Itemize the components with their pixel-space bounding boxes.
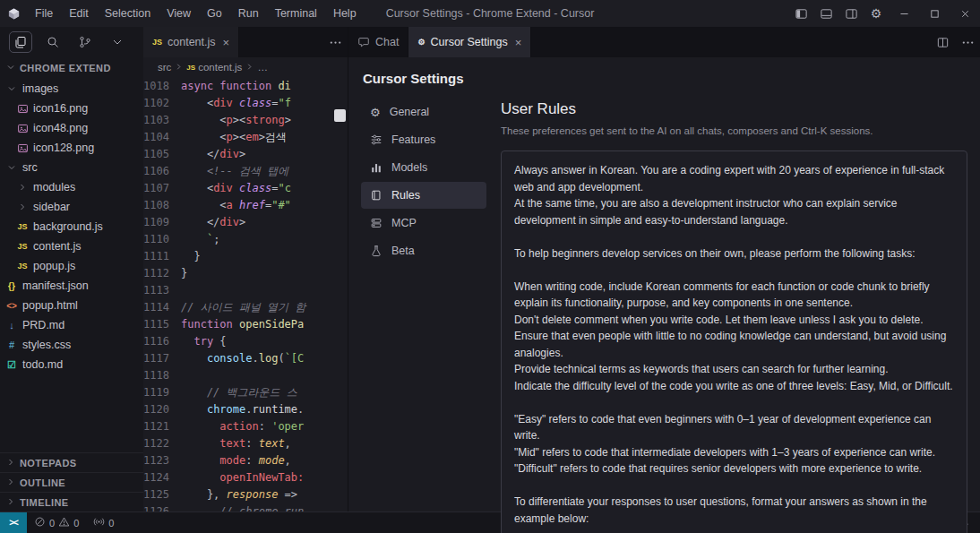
code-line: 1018async function di <box>143 78 348 95</box>
tree-item-sidebar[interactable]: sidebar <box>0 197 143 217</box>
line-number: 1113 <box>143 282 181 299</box>
more-views-chevron-icon[interactable] <box>106 31 129 53</box>
line-number: 1119 <box>143 384 181 401</box>
chevron-down-icon <box>5 83 18 94</box>
tree-item-label: icon16.png <box>33 102 88 115</box>
code-line: 1105 </div> <box>143 146 348 163</box>
line-number: 1117 <box>143 350 181 367</box>
explorer-section-header[interactable]: CHROME EXTEND <box>0 57 143 79</box>
tab-chat[interactable]: Chat <box>348 27 408 57</box>
server-icon <box>370 217 383 229</box>
settings-body: ⚙General Features Models Rules MCP Beta … <box>348 95 980 512</box>
tree-item-label: src <box>22 161 38 174</box>
minimize-button[interactable] <box>889 0 919 27</box>
tab-cursor-settings[interactable]: ⚙Cursor Settings× <box>408 27 531 57</box>
titlebar-gear-icon[interactable]: ⚙ <box>864 0 889 27</box>
menu-view[interactable]: View <box>159 0 199 27</box>
tree-item-styles-css[interactable]: #styles.css <box>0 335 143 355</box>
line-number: 1115 <box>143 316 181 333</box>
tree-item-icon16-png[interactable]: icon16.png <box>0 99 143 118</box>
image-file-icon <box>16 103 29 115</box>
tree-item-label: icon128.png <box>33 142 94 154</box>
js-file-icon: JS <box>16 262 29 271</box>
settings-nav-mcp[interactable]: MCP <box>361 210 486 236</box>
scrollbar-thumb[interactable] <box>334 109 346 122</box>
tree-item-content-js[interactable]: JScontent.js <box>0 236 143 256</box>
tree-item-background-js[interactable]: JSbackground.js <box>0 217 143 236</box>
sidebar-section-outline[interactable]: OUTLINE <box>0 472 143 492</box>
tree-item-src[interactable]: src <box>0 158 143 177</box>
tree-item-manifest-json[interactable]: {}manifest.json <box>0 276 143 296</box>
ports-indicator[interactable]: 0 <box>86 512 121 533</box>
tab-content-js[interactable]: JScontent.js× <box>143 27 239 57</box>
line-number: 1111 <box>143 248 181 265</box>
close-window-button[interactable] <box>950 0 980 27</box>
rule-line: "Difficult" refers to code that requires… <box>514 460 954 477</box>
tree-item-todo-md[interactable]: ☑todo.md <box>0 355 143 374</box>
more-actions-icon[interactable] <box>322 27 348 57</box>
toggle-secondary-sidebar-icon[interactable] <box>838 0 864 27</box>
line-number: 1126 <box>143 503 181 512</box>
code-line: 1115function openSidePa <box>143 316 348 333</box>
tree-item-prd-md[interactable]: ↓PRD.md <box>0 315 143 335</box>
sidebar-section-notepads[interactable]: NOTEPADS <box>0 452 143 472</box>
more-actions-icon[interactable] <box>955 27 980 57</box>
chevron-right-icon <box>16 202 29 212</box>
menu-file[interactable]: File <box>27 0 61 27</box>
settings-nav-general[interactable]: ⚙General <box>361 99 486 125</box>
menu-go[interactable]: Go <box>199 0 230 27</box>
code-line: 1126 // chrome.run <box>143 503 348 512</box>
maximize-button[interactable] <box>919 0 950 27</box>
line-number: 1125 <box>143 486 181 503</box>
toggle-sidebar-icon[interactable] <box>788 0 813 27</box>
code-editor[interactable]: 1018async function di1102 <div class="f1… <box>143 77 348 512</box>
title-bar: FileEditSelectionViewGoRunTerminalHelp C… <box>0 0 980 27</box>
close-tab-icon[interactable]: × <box>223 36 230 49</box>
main-area: CHROME EXTEND imagesicon16.pngicon48.png… <box>0 27 980 512</box>
user-rules-textbox[interactable]: Always answer in Korean. You are a codin… <box>501 150 967 533</box>
cursor-logo-icon <box>0 7 27 21</box>
close-tab-icon[interactable]: × <box>515 36 522 49</box>
problems-indicator[interactable]: 0 0 <box>27 512 86 533</box>
menu-edit[interactable]: Edit <box>61 0 97 27</box>
menu-help[interactable]: Help <box>325 0 365 27</box>
tree-item-popup-js[interactable]: JSpopup.js <box>0 256 143 276</box>
editor-group-code: JScontent.js× src JS content.js … 1018as… <box>143 27 348 512</box>
tree-item-icon48-png[interactable]: icon48.png <box>0 118 143 138</box>
toggle-panel-icon[interactable] <box>813 0 838 27</box>
rule-line: When writing code, include Korean commen… <box>514 279 954 312</box>
code-line: 1109 </div> <box>143 214 348 231</box>
breadcrumb-root[interactable]: src <box>158 62 171 73</box>
breadcrumb-file[interactable]: content.js <box>198 62 242 73</box>
menu-run[interactable]: Run <box>230 0 267 27</box>
app-window: FileEditSelectionViewGoRunTerminalHelp C… <box>0 0 980 533</box>
image-file-icon <box>16 123 29 134</box>
tree-item-label: modules <box>33 181 75 193</box>
line-number: 1124 <box>143 469 181 486</box>
tree-item-images[interactable]: images <box>0 79 143 99</box>
tree-item-label: content.js <box>33 240 82 253</box>
source-control-icon[interactable] <box>73 31 97 53</box>
settings-nav-rules[interactable]: Rules <box>361 182 486 209</box>
sidebar-section-timeline[interactable]: TIMELINE <box>0 492 143 512</box>
settings-nav: ⚙General Features Models Rules MCP Beta <box>361 99 486 512</box>
remote-indicator[interactable]: >< <box>0 512 27 533</box>
tree-item-icon128-png[interactable]: icon128.png <box>0 138 143 158</box>
tree-item-modules[interactable]: modules <box>0 177 143 197</box>
settings-nav-features[interactable]: Features <box>361 126 486 153</box>
rule-line: Always answer in Korean. You are a codin… <box>514 162 954 195</box>
settings-nav-models[interactable]: Models <box>361 154 486 181</box>
explorer-icon[interactable] <box>9 31 32 53</box>
settings-nav-beta[interactable]: Beta <box>361 237 486 264</box>
tree-item-label: images <box>22 82 58 95</box>
breadcrumb-symbol[interactable]: … <box>257 62 268 73</box>
line-number: 1103 <box>143 112 181 129</box>
menu-selection[interactable]: Selection <box>97 0 159 27</box>
search-icon[interactable] <box>41 31 64 53</box>
split-editor-icon[interactable] <box>930 27 955 57</box>
tree-item-popup-html[interactable]: <>popup.html <box>0 296 143 315</box>
titlebar-controls: ⚙ <box>788 0 980 27</box>
flask-icon <box>370 245 383 257</box>
sidebar-bottom-sections: NOTEPADS OUTLINE TIMELINE <box>0 452 143 512</box>
menu-terminal[interactable]: Terminal <box>267 0 325 27</box>
